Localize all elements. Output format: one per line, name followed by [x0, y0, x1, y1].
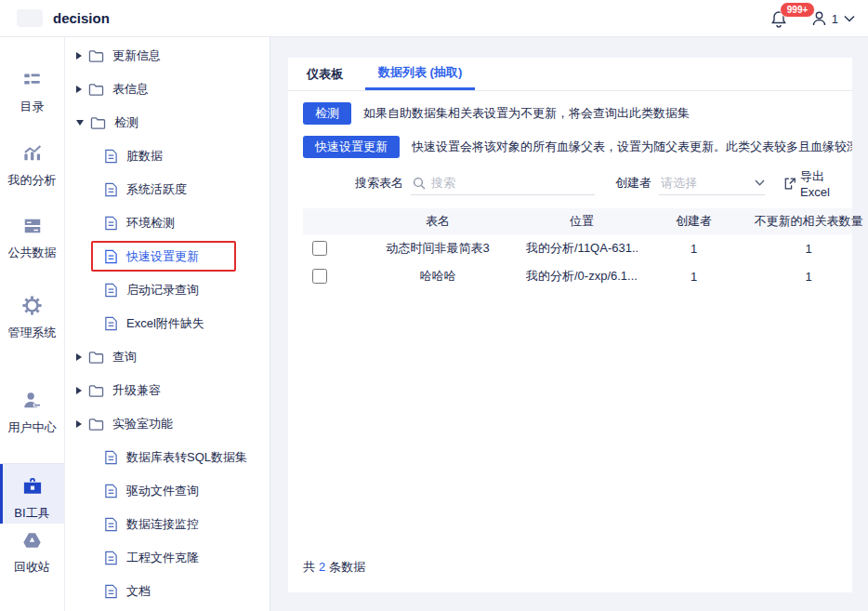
- sidebar-item-my-analysis[interactable]: 我的分析: [0, 142, 64, 189]
- footer-prefix: 共: [303, 560, 315, 574]
- tree-item-label: 工程文件克隆: [126, 550, 199, 566]
- row-checkbox[interactable]: [312, 269, 327, 284]
- record-count-footer: 共2条数据: [303, 559, 365, 576]
- notifications-button[interactable]: 999+: [770, 0, 795, 37]
- user-count: 1: [832, 12, 838, 26]
- tree-doc-dirty-data[interactable]: 脏数据: [65, 139, 270, 173]
- sidebar-item-label: 管理系统: [0, 325, 64, 341]
- creator-select-placeholder: 请选择: [659, 175, 755, 192]
- table-header-row: 表名 位置 创建者 不更新的相关表数量: [303, 208, 852, 234]
- tree-folder-upgrade-compat[interactable]: 升级兼容: [65, 374, 270, 407]
- table-name-search-field[interactable]: [411, 171, 595, 195]
- arrow-down-icon[interactable]: [76, 120, 84, 126]
- sidebar-item-bi-tools[interactable]: BI工具: [0, 463, 64, 524]
- tree-doc-db-to-sql[interactable]: 数据库表转SQL数据集: [65, 441, 270, 474]
- detect-description: 如果自助数据集相关表设置为不更新，将会查询出此类数据集: [363, 105, 690, 122]
- export-excel-label: 导出Excel: [800, 168, 852, 199]
- content-card: 仪表板 数据列表 (抽取) 检测 如果自助数据集相关表设置为不更新，将会查询出此…: [288, 58, 852, 592]
- arrow-right-icon[interactable]: [76, 387, 82, 394]
- tree-item-label: 表信息: [112, 81, 149, 98]
- tree-item-label: 文档: [126, 583, 151, 600]
- logo-mark-icon: [17, 9, 43, 27]
- tree-item-label: 驱动文件查询: [126, 483, 199, 499]
- main-area: 仪表板 数据列表 (抽取) 检测 如果自助数据集相关表设置为不更新，将会查询出此…: [270, 37, 868, 611]
- tree-doc-connection-monitor[interactable]: 数据连接监控: [65, 508, 270, 541]
- doc-icon: [104, 450, 118, 465]
- tree-doc-system-activity[interactable]: 系统活跃度: [65, 173, 270, 206]
- col-header-creator: 创建者: [638, 213, 750, 230]
- tree-doc-env-detection[interactable]: 环境检测: [65, 206, 270, 240]
- doc-icon: [104, 551, 118, 565]
- row-checkbox[interactable]: [312, 241, 327, 256]
- user-menu[interactable]: 1: [811, 10, 855, 27]
- tree-item-label: 数据连接监控: [126, 516, 199, 533]
- detect-button[interactable]: 检测: [303, 102, 351, 125]
- tool-tree-panel: 更新信息 表信息 检测 脏数据 系统活跃度: [65, 37, 270, 611]
- folder-icon: [90, 116, 106, 130]
- doc-icon: [104, 316, 118, 331]
- tree-folder-detection[interactable]: 检测: [65, 106, 270, 139]
- search-input[interactable]: [431, 176, 595, 190]
- public-data-icon: [21, 216, 44, 236]
- arrow-right-icon[interactable]: [76, 353, 82, 361]
- bi-tools-icon: [21, 475, 44, 497]
- folder-icon: [88, 351, 104, 365]
- tree-item-label: 快速设置更新: [126, 248, 199, 265]
- arrow-right-icon[interactable]: [76, 86, 82, 93]
- folder-icon: [88, 384, 104, 398]
- tree-doc-project-clone[interactable]: 工程文件克隆: [65, 541, 270, 575]
- tab-data-list-extract[interactable]: 数据列表 (抽取): [365, 58, 475, 90]
- tree-item-label: Excel附件缺失: [126, 315, 204, 332]
- doc-icon: [104, 216, 118, 231]
- tree-folder-query[interactable]: 查询: [65, 340, 270, 374]
- app-logo: decision: [53, 10, 110, 26]
- sidebar-item-public-data[interactable]: 公共数据: [0, 216, 64, 261]
- cell-location: 我的分析/0-zxp/6.1....: [526, 268, 638, 285]
- tree-doc-quick-update-selected[interactable]: 快速设置更新: [65, 240, 270, 273]
- creator-select[interactable]: 请选择: [659, 171, 765, 195]
- sidebar-item-label: 回收站: [0, 559, 64, 576]
- tree-doc-excel-missing[interactable]: Excel附件缺失: [65, 307, 270, 340]
- tree-folder-table-info[interactable]: 表信息: [65, 73, 270, 106]
- doc-icon: [104, 584, 118, 599]
- tree-item-label: 环境检测: [126, 215, 175, 232]
- doc-icon: [104, 249, 118, 264]
- tab-dashboard[interactable]: 仪表板: [305, 58, 345, 90]
- tree-folder-update-info[interactable]: 更新信息: [65, 39, 270, 73]
- tree-doc-startup-log[interactable]: 启动记录查询: [65, 273, 270, 307]
- sidebar-item-recycle-bin[interactable]: 回收站: [0, 530, 64, 576]
- tree-doc-driver-query[interactable]: 驱动文件查询: [65, 474, 270, 508]
- arrow-right-icon[interactable]: [76, 52, 82, 60]
- quick-set-update-button[interactable]: 快速设置更新: [303, 136, 400, 158]
- tree-item-label: 升级兼容: [112, 382, 161, 399]
- analysis-chart-icon: [21, 142, 44, 164]
- search-icon: [413, 177, 426, 190]
- tree-folder-lab-features[interactable]: 实验室功能: [65, 407, 270, 441]
- doc-icon: [104, 149, 118, 164]
- export-excel-button[interactable]: 导出Excel: [783, 168, 853, 199]
- cell-count: 1: [750, 270, 867, 284]
- tab-bar: 仪表板 数据列表 (抽取): [288, 58, 852, 91]
- sidebar-item-management[interactable]: 管理系统: [0, 295, 64, 341]
- doc-icon: [104, 182, 118, 197]
- sidebar-item-user-center[interactable]: 用户中心: [0, 391, 64, 436]
- sidebar-item-label: 公共数据: [0, 245, 64, 261]
- tree-item-label: 查询: [112, 349, 137, 365]
- search-table-name-label: 搜索表名: [355, 175, 403, 192]
- tree-doc-document[interactable]: 文档: [65, 575, 270, 608]
- arrow-right-icon[interactable]: [76, 420, 82, 428]
- cell-table-name: 哈哈哈: [349, 268, 526, 285]
- user-center-icon: [21, 391, 43, 411]
- footer-suffix: 条数据: [329, 560, 365, 574]
- chevron-down-icon[interactable]: [844, 15, 855, 22]
- sidebar-item-label: 用户中心: [0, 419, 64, 436]
- data-table: 表名 位置 创建者 不更新的相关表数量 动态时间非最简表3 我的分析/11QA-…: [303, 208, 852, 290]
- doc-icon: [104, 283, 118, 298]
- folder-icon: [88, 49, 104, 63]
- folder-icon: [88, 418, 104, 432]
- folder-icon: [88, 83, 104, 97]
- recycle-bin-icon: [21, 530, 43, 551]
- tree-item-label: 脏数据: [126, 148, 163, 165]
- sidebar-item-catalog[interactable]: 目录: [0, 70, 64, 115]
- col-header-not-updated-count: 不更新的相关表数量: [750, 213, 867, 230]
